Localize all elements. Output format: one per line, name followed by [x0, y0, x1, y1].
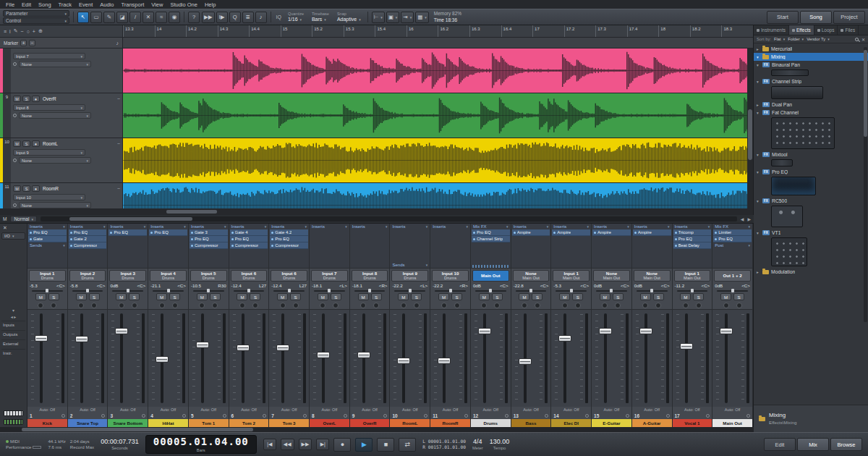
pan-handle[interactable] [167, 289, 170, 292]
main-time-display[interactable]: 00005.01.04.00 Bars [145, 435, 257, 454]
pan-value[interactable]: <C> [56, 283, 65, 288]
gain-value[interactable]: -10.5 [191, 283, 201, 288]
monitor-icon[interactable] [602, 303, 608, 308]
page-start[interactable]: Start [767, 11, 799, 24]
track-output-dropdown[interactable]: None [19, 202, 91, 208]
record-arm-icon[interactable] [494, 303, 500, 308]
mute-button[interactable]: M [720, 293, 731, 300]
channel-name-label[interactable]: Kick [27, 419, 67, 427]
mute-button[interactable]: M [559, 293, 570, 300]
quantize-button[interactable]: Q [229, 12, 241, 23]
channel-output-icon[interactable] [142, 414, 145, 418]
mute-button[interactable]: M [318, 293, 328, 300]
marker-lane[interactable] [123, 38, 753, 48]
monitor-speaker-icon[interactable] [13, 159, 17, 162]
play-button[interactable]: ▶ [355, 438, 373, 452]
record-arm-icon[interactable] [333, 303, 339, 308]
pan-slider[interactable] [32, 289, 63, 292]
menu-transport[interactable]: Transport [117, 1, 148, 8]
workspace-mix[interactable]: Mix [797, 438, 829, 451]
menu-file[interactable]: File [2, 1, 18, 8]
insert-slot[interactable]: Pro EQ [230, 236, 268, 242]
rail-instr[interactable]: Instr. [1, 349, 25, 357]
tempo-track-icon[interactable]: ♪ [116, 41, 119, 46]
plugin-active-icon[interactable] [271, 238, 273, 240]
pan-handle[interactable] [650, 289, 653, 292]
channel-fader[interactable] [35, 335, 48, 342]
track-input-dropdown[interactable]: Input 8 [13, 104, 85, 111]
plugin-active-icon[interactable] [553, 232, 556, 234]
add-marker-button[interactable]: + [20, 40, 27, 46]
pan-slider[interactable] [516, 289, 547, 292]
channel-name-label[interactable]: HiHat [148, 419, 188, 427]
autoscroll-lock-button[interactable]: ⇥ [401, 12, 414, 23]
automation-mode[interactable]: Auto: Off [592, 407, 631, 413]
track-output-dropdown[interactable]: None [19, 112, 91, 119]
automation-mode[interactable]: Auto: Off [269, 407, 309, 413]
menu-event[interactable]: Event [75, 1, 96, 8]
pencil-tool[interactable]: ✎ [103, 12, 115, 23]
channel-name-label[interactable]: E-Guitar [592, 419, 631, 427]
automation-mode[interactable]: Auto: Off [712, 407, 752, 413]
channel-name-label[interactable]: OverL [310, 419, 349, 427]
pan-slider[interactable] [435, 289, 466, 292]
monitor-icon[interactable] [159, 303, 165, 308]
channel-fader[interactable] [438, 358, 451, 364]
plugin-active-icon[interactable] [715, 238, 717, 240]
insert-slot[interactable]: Limiter [713, 229, 752, 236]
pan-value[interactable]: <C> [97, 283, 106, 288]
pan-value[interactable]: R30 [218, 283, 226, 288]
record-arm-icon[interactable] [132, 303, 137, 308]
timer-icon[interactable]: ○ [27, 29, 30, 34]
gain-value[interactable]: -22.8 [514, 283, 524, 288]
page-project[interactable]: Project [833, 11, 865, 24]
gain-value[interactable]: 0dB [110, 283, 118, 288]
insert-slot[interactable]: Ampire [552, 229, 590, 236]
track-name[interactable]: RoomL [41, 141, 58, 146]
pan-slider[interactable] [677, 289, 708, 292]
channel-name-label[interactable]: Snare Bottom [108, 419, 148, 427]
pan-value[interactable]: <L> [339, 283, 347, 288]
plugin-thumbnail[interactable] [771, 177, 816, 195]
browser-folder-mixing[interactable]: ▾Mixing [754, 53, 868, 61]
solo-button[interactable]: S [411, 293, 422, 300]
record-arm-icon[interactable] [535, 303, 540, 308]
channel-fader[interactable] [599, 328, 612, 334]
range-tool[interactable]: ▭ [90, 12, 102, 23]
listen-tool[interactable]: ◉ [169, 12, 180, 23]
pan-value[interactable]: <L> [420, 283, 428, 288]
pan-value[interactable]: <C> [500, 283, 509, 288]
pan-handle[interactable] [409, 289, 412, 292]
pan-value[interactable]: <R> [459, 283, 468, 288]
secondary-time-display[interactable]: 00:00:07.731 Seconds [101, 438, 139, 451]
io-route-box[interactable]: Input 4Drums [150, 270, 187, 282]
automation-mode[interactable]: Auto: Off [68, 407, 108, 413]
pan-slider[interactable] [717, 289, 748, 292]
mix-fx-header[interactable]: Mix FX [471, 224, 511, 229]
pan-handle[interactable] [328, 289, 331, 292]
channel-name-label[interactable]: RoomL [390, 419, 430, 427]
insert-slot[interactable]: Pro EQ [713, 236, 752, 242]
browser-fx-mixtool[interactable]: ▾FXMixtool [754, 151, 868, 159]
channel-output-icon[interactable] [626, 414, 629, 418]
record-arm-icon[interactable] [655, 303, 661, 308]
channel-output-icon[interactable] [383, 414, 387, 418]
record-button[interactable]: ● [333, 438, 351, 452]
loop-button[interactable]: ⇄ [399, 438, 416, 452]
pan-handle[interactable] [691, 289, 694, 292]
inserts-header[interactable]: Inserts [511, 224, 551, 229]
io-route-box[interactable]: Input 2Drums [69, 270, 106, 282]
channel-name-label[interactable]: Main Out [712, 419, 752, 427]
plugin-active-icon[interactable] [30, 232, 32, 234]
record-arm-icon[interactable] [454, 303, 460, 308]
record-arm-icon[interactable] [51, 303, 56, 308]
pan-value[interactable]: <C> [177, 283, 186, 288]
monitor-icon[interactable] [78, 303, 84, 308]
channel-name-label[interactable]: Tom 3 [269, 419, 309, 427]
channel-name-label[interactable]: A-Guitar [632, 419, 672, 427]
monitor-icon[interactable] [401, 303, 407, 308]
plugin-active-icon[interactable] [675, 232, 677, 234]
io-route-box[interactable]: Out 1 + 2 [714, 270, 751, 282]
page-song[interactable]: Song [800, 11, 832, 24]
pan-handle[interactable] [731, 289, 734, 292]
